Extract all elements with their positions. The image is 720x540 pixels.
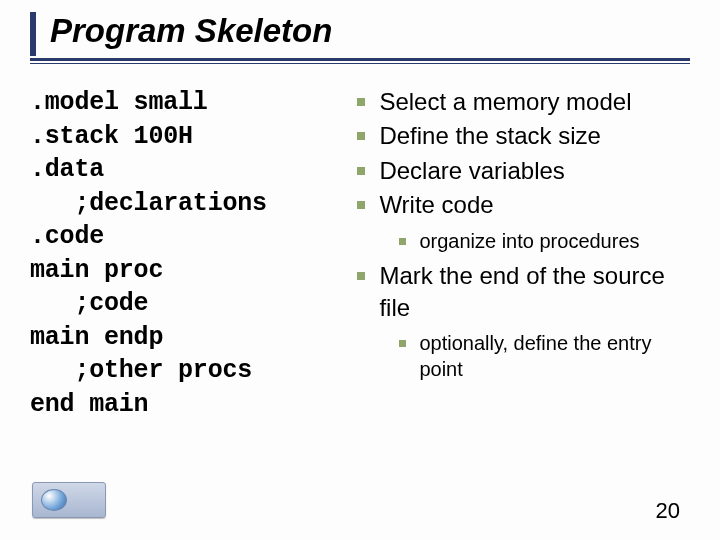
bullet-text: Write code bbox=[379, 191, 493, 218]
bullet-text: Define the stack size bbox=[379, 122, 600, 149]
title-block: Program Skeleton bbox=[30, 12, 690, 56]
sub-bullet-text: organize into procedures bbox=[419, 230, 639, 252]
bullet-text: Declare variables bbox=[379, 157, 564, 184]
body-columns: .model small .stack 100H .data ;declarat… bbox=[30, 86, 690, 421]
bullet-item: Mark the end of the source fileoptionall… bbox=[353, 260, 690, 383]
sub-bullet-item: optionally, define the entry point bbox=[397, 330, 690, 382]
sub-bullet-text: optionally, define the entry point bbox=[419, 332, 651, 380]
slide: Program Skeleton .model small .stack 100… bbox=[0, 0, 720, 540]
footer-logo bbox=[32, 482, 106, 518]
bullets-column: Select a memory modelDefine the stack si… bbox=[353, 86, 690, 421]
sub-bullet-item: organize into procedures bbox=[397, 228, 690, 254]
page-number: 20 bbox=[656, 498, 680, 524]
bullet-item: Write codeorganize into procedures bbox=[353, 189, 690, 253]
bullet-item: Declare variables bbox=[353, 155, 690, 187]
bullet-list: Select a memory modelDefine the stack si… bbox=[353, 86, 690, 382]
slide-title: Program Skeleton bbox=[50, 12, 690, 56]
bullet-item: Select a memory model bbox=[353, 86, 690, 118]
code-column: .model small .stack 100H .data ;declarat… bbox=[30, 86, 353, 421]
bullet-text: Mark the end of the source file bbox=[379, 262, 665, 321]
title-underline bbox=[30, 58, 690, 64]
sub-bullet-list: organize into procedures bbox=[397, 228, 690, 254]
bullet-text: Select a memory model bbox=[379, 88, 631, 115]
bullet-item: Define the stack size bbox=[353, 120, 690, 152]
sub-bullet-list: optionally, define the entry point bbox=[397, 330, 690, 382]
